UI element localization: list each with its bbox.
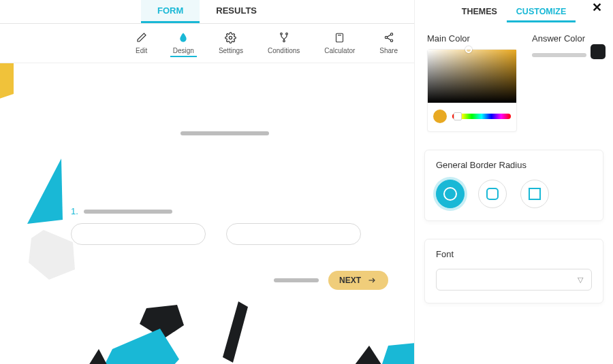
hue-handle[interactable] [454,112,462,120]
answer-option[interactable] [71,223,206,245]
chevron-down-icon: ▽ [578,276,583,284]
decorative-shape [82,349,116,364]
right-tabs: THEMES CUSTOMIZE ✕ [415,0,613,24]
svg-point-13 [385,36,387,38]
question-text-placeholder[interactable] [84,210,172,214]
main-color-picker[interactable] [427,49,517,132]
tool-calculator-label: Calculator [324,47,355,54]
decorative-shape [27,159,68,227]
svg-line-15 [387,35,390,37]
decorative-shape [0,63,20,104]
current-color-swatch [433,110,447,123]
svg-point-0 [230,36,232,39]
question-number: 1. [71,206,78,216]
branch-icon [277,31,291,44]
tool-share-label: Share [379,47,398,54]
radius-option-square[interactable] [520,180,549,208]
tool-settings[interactable]: Settings [216,29,246,57]
tool-calculator[interactable]: Calculator [321,29,358,57]
decorative-shape [378,342,414,364]
tab-themes[interactable]: THEMES [452,1,507,22]
svg-marker-18 [27,159,63,224]
svg-rect-4 [336,33,343,42]
border-radius-label: General Border Radius [436,160,592,170]
tool-design-label: Design [173,47,194,54]
radius-option-circle[interactable] [436,180,465,208]
form-canvas[interactable]: 1. NEXT [0,63,414,364]
calculator-icon [333,31,347,44]
svg-marker-19 [29,230,75,280]
tab-form[interactable]: FORM [141,0,200,23]
tool-conditions-label: Conditions [268,47,300,54]
tool-settings-label: Settings [219,47,243,54]
tab-customize[interactable]: CUSTOMIZE [507,1,576,22]
svg-point-1 [280,33,282,35]
tool-conditions[interactable]: Conditions [265,29,302,57]
rounded-square-icon [486,188,499,200]
radius-option-rounded[interactable] [478,180,507,208]
svg-marker-22 [82,349,113,364]
design-toolbar: Edit Design Settings Conditions Calculat… [0,24,414,63]
tool-share[interactable]: Share [377,29,400,57]
svg-point-12 [390,33,392,35]
gear-icon [224,31,238,44]
progress-placeholder [274,278,319,282]
square-icon [529,188,541,200]
customize-panel: THEMES CUSTOMIZE ✕ Main Color [414,0,613,364]
next-button[interactable]: NEXT [328,271,388,290]
hue-slider[interactable] [452,114,511,119]
svg-point-2 [285,33,287,35]
answer-color-label: Answer Color [532,33,585,44]
answer-color-slider[interactable] [532,53,586,57]
tool-edit[interactable]: Edit [132,29,151,57]
font-label: Font [436,249,592,259]
font-card: Font ▽ [424,239,603,303]
top-tabs: FORM RESULTS [0,0,414,24]
share-icon [382,31,396,44]
svg-marker-24 [378,342,414,364]
close-icon[interactable]: ✕ [592,0,602,15]
answer-option[interactable] [226,223,361,245]
svg-point-14 [390,39,392,42]
svg-line-16 [387,38,390,40]
tab-results[interactable]: RESULTS [200,0,273,23]
decorative-shape [219,301,250,364]
pencil-icon [135,31,148,44]
tool-edit-label: Edit [136,47,147,54]
droplet-icon [176,31,190,44]
arrow-right-icon [366,276,377,284]
gradient-handle[interactable] [465,46,472,53]
decorative-shape [29,230,76,281]
svg-point-3 [283,40,285,42]
font-select[interactable]: ▽ [436,269,592,291]
border-radius-card: General Border Radius [424,150,603,221]
form-title-placeholder[interactable] [180,131,269,135]
color-gradient-area[interactable] [428,50,516,103]
tool-design[interactable]: Design [170,29,197,57]
circle-icon [443,187,457,201]
svg-marker-17 [0,63,14,101]
next-button-label: NEXT [339,276,361,285]
main-color-label: Main Color [427,33,517,44]
answer-color-swatch[interactable] [591,44,606,59]
